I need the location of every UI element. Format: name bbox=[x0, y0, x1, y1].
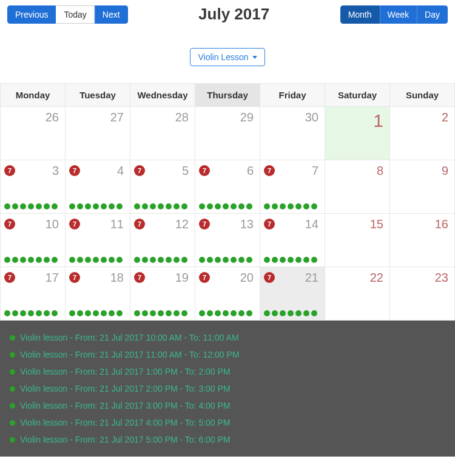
event-dots-row bbox=[134, 310, 191, 316]
calendar-day-cell[interactable]: 15 bbox=[325, 214, 390, 267]
event-dot-icon bbox=[174, 203, 180, 209]
calendar-day-cell[interactable]: 197 bbox=[130, 267, 195, 321]
event-dot-icon bbox=[44, 203, 50, 209]
event-row[interactable]: Violin lesson - From: 21 Jul 2017 2:00 P… bbox=[10, 380, 445, 397]
view-month-button[interactable]: Month bbox=[340, 5, 380, 24]
calendar-day-cell[interactable]: 207 bbox=[195, 267, 260, 321]
calendar-day-cell[interactable]: 117 bbox=[66, 214, 130, 267]
event-dot-icon bbox=[85, 257, 91, 263]
event-dot-icon bbox=[288, 310, 294, 316]
event-dot-icon bbox=[181, 203, 187, 209]
event-dot-icon bbox=[215, 257, 221, 263]
calendar-day-cell[interactable]: 27 bbox=[66, 107, 130, 160]
event-dot-icon bbox=[280, 310, 286, 316]
event-dot-icon bbox=[246, 203, 252, 209]
event-dot-icon bbox=[69, 257, 75, 263]
calendar-day-cell[interactable]: 217 bbox=[260, 267, 325, 321]
calendar-title: July 2017 bbox=[128, 5, 340, 24]
caret-down-icon bbox=[252, 56, 257, 59]
calendar-day-cell[interactable]: 107 bbox=[1, 214, 66, 267]
calendar-day-cell[interactable]: 22 bbox=[325, 267, 390, 321]
calendar-day-cell[interactable]: 177 bbox=[1, 267, 66, 321]
day-header: Sunday bbox=[390, 84, 455, 107]
calendar-day-cell[interactable]: 8 bbox=[325, 160, 390, 214]
calendar-day-cell[interactable]: 137 bbox=[195, 214, 260, 267]
event-dot-icon bbox=[10, 335, 15, 341]
today-button[interactable]: Today bbox=[56, 5, 94, 24]
calendar-day-cell[interactable]: 30 bbox=[260, 107, 325, 160]
event-dot-icon bbox=[77, 257, 83, 263]
calendar-day-cell[interactable]: 147 bbox=[260, 214, 325, 267]
event-dot-icon bbox=[264, 257, 270, 263]
event-row[interactable]: Violin lesson - From: 21 Jul 2017 3:00 P… bbox=[10, 397, 445, 414]
day-number: 6 bbox=[247, 164, 254, 178]
calendar-day-cell[interactable]: 187 bbox=[66, 267, 130, 321]
event-dot-icon bbox=[142, 257, 148, 263]
event-dot-icon bbox=[93, 203, 99, 209]
event-row[interactable]: Violin lesson - From: 21 Jul 2017 11:00 … bbox=[10, 346, 445, 363]
event-dot-icon bbox=[166, 257, 172, 263]
event-dot-icon bbox=[158, 203, 164, 209]
calendar-day-cell[interactable]: 67 bbox=[195, 160, 260, 214]
day-number: 10 bbox=[46, 217, 59, 231]
calendar-day-cell[interactable]: 2 bbox=[390, 107, 455, 160]
event-dot-icon bbox=[181, 310, 187, 316]
event-dot-icon bbox=[207, 310, 213, 316]
day-header: Tuesday bbox=[66, 84, 130, 107]
event-dot-icon bbox=[223, 310, 229, 316]
calendar-day-cell[interactable]: 37 bbox=[1, 160, 66, 214]
calendar-day-cell[interactable]: 26 bbox=[1, 107, 66, 160]
day-number: 29 bbox=[240, 110, 254, 124]
event-dot-icon bbox=[52, 310, 58, 316]
event-dots-row bbox=[264, 203, 321, 209]
event-dot-icon bbox=[28, 257, 34, 263]
calendar-day-cell[interactable]: 77 bbox=[260, 160, 325, 214]
lesson-filter-dropdown[interactable]: Violin Lesson bbox=[190, 48, 265, 66]
event-dot-icon bbox=[20, 203, 26, 209]
previous-button[interactable]: Previous bbox=[7, 5, 56, 24]
day-number: 23 bbox=[435, 271, 448, 285]
event-dot-icon bbox=[311, 203, 317, 209]
event-dot-icon bbox=[231, 310, 237, 316]
calendar-day-cell[interactable]: 23 bbox=[390, 267, 455, 321]
event-dots-row bbox=[199, 257, 256, 263]
event-dots-row bbox=[199, 203, 256, 209]
calendar-day-cell[interactable]: 57 bbox=[130, 160, 195, 214]
view-week-button[interactable]: Week bbox=[380, 5, 417, 24]
day-header: Saturday bbox=[325, 84, 390, 107]
event-dots-row bbox=[264, 310, 321, 316]
event-dot-icon bbox=[166, 203, 172, 209]
event-dot-icon bbox=[20, 310, 26, 316]
event-row[interactable]: Violin lesson - From: 21 Jul 2017 4:00 P… bbox=[10, 414, 445, 431]
calendar-day-cell[interactable]: 9 bbox=[390, 160, 455, 214]
event-dot-icon bbox=[174, 257, 180, 263]
event-dot-icon bbox=[166, 310, 172, 316]
event-row[interactable]: Violin lesson - From: 21 Jul 2017 1:00 P… bbox=[10, 363, 445, 380]
event-dot-icon bbox=[93, 310, 99, 316]
calendar-day-cell[interactable]: 29 bbox=[195, 107, 260, 160]
event-dot-icon bbox=[10, 352, 15, 358]
calendar-day-cell[interactable]: 127 bbox=[130, 214, 195, 267]
event-dot-icon bbox=[246, 310, 252, 316]
event-dot-icon bbox=[101, 203, 107, 209]
event-dots-row bbox=[134, 203, 191, 209]
event-row[interactable]: Violin lesson - From: 21 Jul 2017 5:00 P… bbox=[10, 431, 445, 448]
event-dot-icon bbox=[101, 310, 107, 316]
event-dot-icon bbox=[134, 203, 140, 209]
calendar-day-cell[interactable]: 1 bbox=[325, 107, 390, 160]
next-button[interactable]: Next bbox=[95, 5, 128, 24]
calendar-day-cell[interactable]: 47 bbox=[66, 160, 130, 214]
event-row[interactable]: Violin lesson - From: 21 Jul 2017 10:00 … bbox=[10, 329, 445, 346]
calendar-day-cell[interactable]: 28 bbox=[130, 107, 195, 160]
event-dot-icon bbox=[36, 257, 42, 263]
event-dot-icon bbox=[280, 203, 286, 209]
day-number: 4 bbox=[117, 164, 124, 178]
day-number: 9 bbox=[442, 164, 448, 178]
event-dot-icon bbox=[199, 257, 205, 263]
event-label: Violin lesson - From: 21 Jul 2017 11:00 … bbox=[20, 350, 239, 359]
event-dot-icon bbox=[69, 203, 75, 209]
event-dot-icon bbox=[174, 310, 180, 316]
view-day-button[interactable]: Day bbox=[417, 5, 448, 24]
calendar-day-cell[interactable]: 16 bbox=[390, 214, 455, 267]
event-dots-row bbox=[134, 257, 191, 263]
